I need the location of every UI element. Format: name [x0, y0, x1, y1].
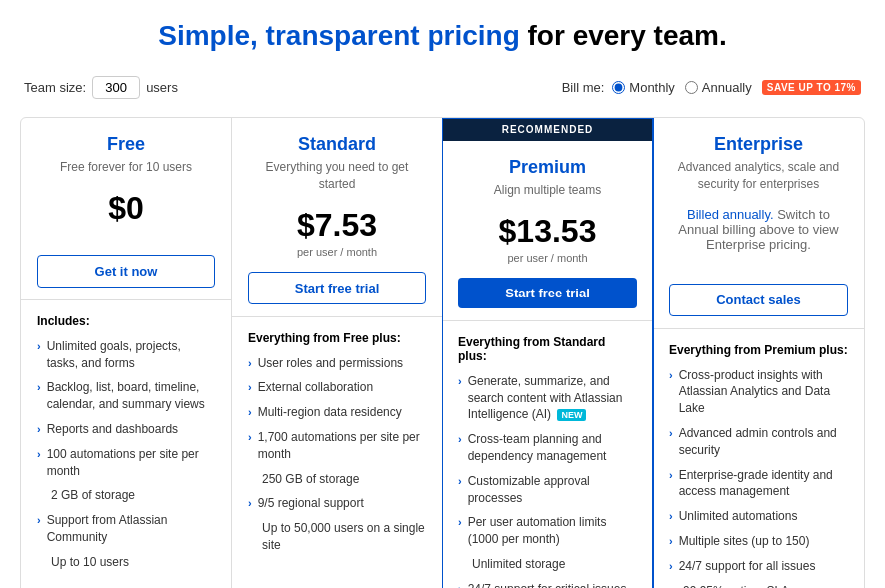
plans-grid: Free Free forever for 10 users $0 Get it… [20, 117, 865, 588]
premium-plan-price-note: per user / month [458, 252, 637, 264]
chevron-icon: › [37, 447, 41, 480]
enterprise-plan-name: Enterprise [669, 134, 848, 155]
list-item: › Unlimited automations [669, 508, 848, 525]
premium-plan: RECOMMENDED Premium Align multiple teams… [442, 118, 653, 588]
standard-plan-price-note: per user / month [248, 246, 426, 258]
enterprise-features-heading: Everything from Premium plus: [669, 343, 848, 357]
chevron-icon: › [669, 468, 673, 501]
chevron-icon: › [248, 380, 252, 396]
list-item: › Support from Atlassian Community [37, 512, 215, 546]
enterprise-billing-link[interactable]: Billed annually. [687, 207, 773, 222]
chevron-icon: › [669, 559, 673, 575]
chevron-icon: › [458, 474, 462, 507]
list-item: › Unlimited goals, projects, tasks, and … [37, 338, 215, 372]
list-item: › Backlog, list, board, timeline, calend… [37, 379, 215, 413]
standard-plan-header: Standard Everything you need to get star… [232, 118, 442, 317]
monthly-option[interactable]: Monthly [612, 80, 675, 95]
chevron-icon: › [37, 513, 41, 546]
team-size-input[interactable] [92, 76, 140, 99]
annually-option[interactable]: Annually [685, 80, 752, 95]
list-item: › 24/7 support for critical issues [458, 581, 637, 588]
chevron-icon: › [458, 432, 462, 465]
free-plan: Free Free forever for 10 users $0 Get it… [21, 118, 232, 588]
list-item: › 100 automations per site per month [37, 446, 215, 480]
list-item: › 24/7 support for all issues [669, 558, 848, 575]
page-title: Simple, transparent pricing for every te… [20, 20, 865, 52]
bill-label: Bill me: [562, 80, 605, 95]
list-item: › Customizable approval processes [458, 473, 637, 507]
free-plan-price: $0 [37, 190, 215, 227]
premium-plan-price: $13.53 [458, 213, 637, 250]
chevron-icon: › [669, 368, 673, 417]
standard-plan-tagline: Everything you need to get started [248, 159, 426, 193]
list-item: › Per user automation limits (1000 per m… [458, 514, 637, 548]
enterprise-plan-price: Billed annually. Switch to Annual billin… [669, 207, 848, 252]
list-item: › 9/5 regional support [248, 495, 426, 512]
premium-features-heading: Everything from Standard plus: [458, 335, 637, 363]
free-plan-price-note [37, 229, 215, 241]
free-users-limit: Up to 10 users [37, 554, 215, 571]
team-size-label: Team size: [24, 80, 86, 95]
chevron-icon: › [248, 405, 252, 421]
enterprise-plan-features: Everything from Premium plus: › Cross-pr… [653, 329, 864, 588]
premium-storage: Unlimited storage [458, 556, 637, 573]
list-item: › Cross-product insights with Atlassian … [669, 367, 848, 417]
chevron-icon: › [248, 430, 252, 463]
list-item: › Multi-region data residency [248, 404, 426, 421]
free-plan-tagline: Free forever for 10 users [37, 159, 215, 176]
standard-cta-button[interactable]: Start free trial [248, 272, 426, 304]
standard-users-limit: Up to 50,000 users on a single site [248, 520, 426, 554]
free-plan-features: Includes: › Unlimited goals, projects, t… [21, 300, 231, 588]
standard-storage: 250 GB of storage [248, 471, 426, 488]
enterprise-plan-tagline: Advanced analytics, scale and security f… [669, 159, 848, 193]
chevron-icon: › [248, 496, 252, 512]
billing-toggle: Bill me: Monthly Annually SAVE UP TO 17% [562, 80, 861, 95]
enterprise-plan: Enterprise Advanced analytics, scale and… [653, 118, 864, 588]
list-item: › Reports and dashboards [37, 421, 215, 438]
free-plan-header: Free Free forever for 10 users $0 Get it… [21, 118, 231, 300]
chevron-icon: › [37, 380, 41, 413]
standard-plan-name: Standard [248, 134, 426, 155]
chevron-icon: › [669, 509, 673, 525]
premium-plan-name: Premium [458, 157, 637, 178]
list-item: › Enterprise-grade identity and access m… [669, 467, 848, 501]
chevron-icon: › [37, 422, 41, 438]
free-plan-name: Free [37, 134, 215, 155]
recommended-banner: RECOMMENDED [442, 118, 653, 141]
premium-plan-header: Premium Align multiple teams $13.53 per … [442, 141, 653, 321]
enterprise-plan-header: Enterprise Advanced analytics, scale and… [653, 118, 864, 329]
free-features-heading: Includes: [37, 314, 215, 328]
chevron-icon: › [248, 356, 252, 372]
list-item: › Generate, summarize, and search conten… [458, 373, 637, 423]
list-item: › 1,700 automations per site per month [248, 429, 426, 463]
chevron-icon: › [37, 339, 41, 372]
premium-cta-button[interactable]: Start free trial [458, 278, 637, 308]
free-storage: 2 GB of storage [37, 487, 215, 504]
enterprise-uptime: 99.95% uptime SLA [669, 583, 848, 588]
list-item: › Advanced admin controls and security [669, 425, 848, 459]
enterprise-cta-button[interactable]: Contact sales [669, 284, 848, 316]
team-size-control: Team size: users [24, 76, 178, 99]
chevron-icon: › [458, 515, 462, 548]
standard-plan-price: $7.53 [248, 207, 426, 244]
chevron-icon: › [458, 582, 462, 588]
chevron-icon: › [458, 374, 462, 423]
premium-plan-features: Everything from Standard plus: › Generat… [442, 321, 653, 588]
free-cta-button[interactable]: Get it now [37, 255, 215, 288]
save-badge: SAVE UP TO 17% [762, 80, 861, 95]
chevron-icon: › [669, 534, 673, 550]
list-item: › External collaboration [248, 379, 426, 396]
chevron-icon: › [669, 426, 673, 459]
enterprise-price-note [669, 258, 848, 270]
standard-features-heading: Everything from Free plus: [248, 331, 426, 345]
standard-plan: Standard Everything you need to get star… [232, 118, 442, 588]
list-item: › Cross-team planning and dependency man… [458, 431, 637, 465]
ai-badge: NEW [557, 409, 586, 421]
list-item: › Multiple sites (up to 150) [669, 533, 848, 550]
users-label: users [146, 80, 178, 95]
standard-plan-features: Everything from Free plus: › User roles … [232, 317, 442, 588]
premium-plan-tagline: Align multiple teams [458, 182, 637, 199]
list-item: › User roles and permissions [248, 355, 426, 372]
